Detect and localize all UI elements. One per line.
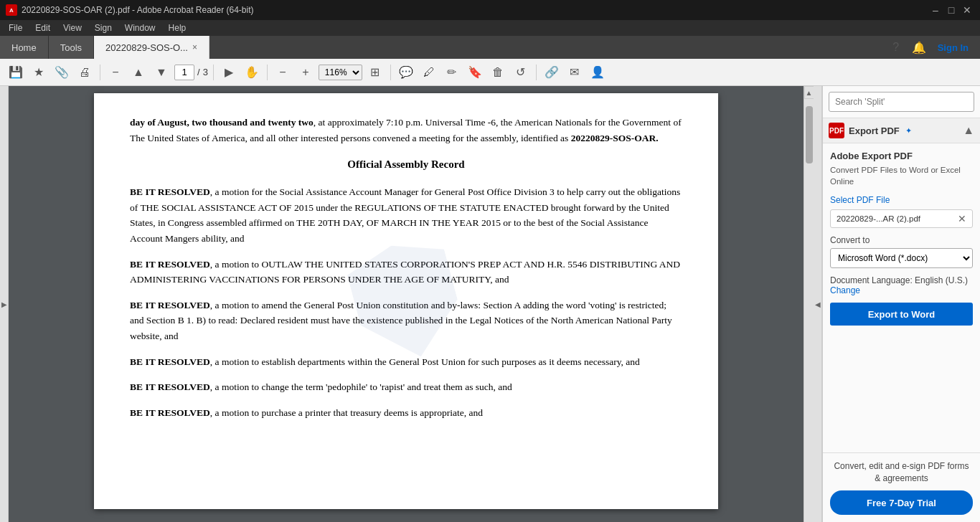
select-pdf-section: Select PDF File 20220829-...AR (2).pdf ✕ (830, 194, 973, 228)
menu-edit[interactable]: Edit (29, 22, 56, 34)
separator-4 (390, 65, 391, 80)
document-language-section: Document Language: English (U.S.) Change (830, 275, 973, 295)
menu-sign[interactable]: Sign (89, 22, 118, 34)
free-trial-button[interactable]: Free 7-Day Trial (830, 490, 973, 515)
separator-3 (267, 65, 268, 80)
zoom-in-button[interactable]: + (296, 62, 316, 82)
adobe-export-desc: Convert PDF Files to Word or Excel Onlin… (830, 164, 973, 187)
zoom-select[interactable]: 116% 50% 75% 100% 125% 150% 200% (319, 65, 362, 80)
pro-badge: ✦ (905, 126, 912, 136)
left-panel-toggle[interactable]: ▶ (0, 86, 9, 522)
link-tool-button[interactable]: 🔗 (542, 62, 562, 82)
title-bar: A 20220829-SOS-OAR (2).pdf - Adobe Acrob… (0, 0, 980, 20)
menu-bar: File Edit View Sign Window Help (0, 20, 980, 36)
export-pdf-header: PDF Export PDF ✦ ▲ (823, 118, 980, 143)
menu-view[interactable]: View (57, 22, 88, 34)
scrollbar-thumb[interactable] (806, 106, 813, 163)
sign-in-button[interactable]: Sign In (933, 41, 973, 54)
separator-5 (536, 65, 537, 80)
bookmark-button[interactable]: ★ (29, 62, 49, 82)
help-icon[interactable]: ? (887, 39, 905, 56)
stamp-tool-button[interactable]: 🔖 (465, 62, 485, 82)
scroll-up-button[interactable]: ▲ (804, 86, 814, 99)
page-nav: / 3 (174, 65, 208, 80)
toolbar: 💾 ★ 📎 🖨 − ▲ ▼ / 3 ▶ ✋ − + 116% 50% 75% 1… (0, 59, 980, 86)
search-section (823, 86, 980, 118)
tab-home[interactable]: Home (0, 36, 49, 59)
email-tool-button[interactable]: ✉ (565, 62, 585, 82)
draw-tool-button[interactable]: ✏ (442, 62, 462, 82)
tab-close-button[interactable]: × (192, 42, 197, 52)
minimize-button[interactable]: – (928, 3, 943, 17)
menu-file[interactable]: File (3, 22, 28, 34)
user-tool-button[interactable]: 👤 (588, 62, 608, 82)
active-tab-label: 20220829-SOS-O... (105, 42, 188, 53)
menu-help[interactable]: Help (163, 22, 192, 34)
select-pdf-link[interactable]: Select PDF File (830, 195, 890, 205)
main-layout: ▶ day of August, two thousand and twenty… (0, 86, 980, 522)
hand-tool-button[interactable]: ✋ (242, 62, 262, 82)
search-input[interactable] (829, 92, 974, 112)
convert-format-select[interactable]: Microsoft Word (*.docx) Microsoft Excel … (830, 248, 973, 268)
tab-active-document[interactable]: 20220829-SOS-O... × (94, 36, 209, 59)
maximize-button[interactable]: □ (944, 3, 958, 17)
notification-bell-icon[interactable]: 🔔 (910, 39, 928, 56)
adobe-export-section: Adobe Export PDF Convert PDF Files to Wo… (830, 151, 973, 187)
adobe-export-title: Adobe Export PDF (830, 151, 973, 161)
doc-language-value: English (U.S.) (915, 275, 968, 285)
export-button[interactable]: Export to Word (830, 303, 973, 326)
pdf-scrollbar[interactable]: ▲ (804, 86, 814, 522)
change-language-link[interactable]: Change (830, 285, 860, 295)
select-tool-button[interactable]: ▶ (219, 62, 239, 82)
zoom-out-button[interactable]: − (105, 62, 126, 82)
separator-2 (213, 65, 214, 80)
delete-tool-button[interactable]: 🗑 (488, 62, 508, 82)
pdf-viewport: day of August, two thousand and twenty t… (9, 86, 804, 522)
pdf-page: day of August, two thousand and twenty t… (94, 93, 718, 509)
pdf-title: Official Assembly Record (130, 156, 682, 173)
window-controls[interactable]: – □ ✕ (928, 3, 974, 17)
file-name-label: 20220829-...AR (2).pdf (837, 214, 920, 223)
save-button[interactable]: 💾 (6, 62, 26, 82)
attach-button[interactable]: 📎 (52, 62, 72, 82)
export-pdf-body: Adobe Export PDF Convert PDF Files to Wo… (823, 143, 980, 452)
tab-tools[interactable]: Tools (49, 36, 94, 59)
file-chip-close-button[interactable]: ✕ (958, 213, 966, 224)
page-separator: / (197, 67, 200, 77)
convert-to-section: Convert to Microsoft Word (*.docx) Micro… (830, 235, 973, 268)
menu-window[interactable]: Window (119, 22, 161, 34)
export-pdf-icon: PDF (829, 123, 844, 138)
rotate-tool-button[interactable]: ↺ (511, 62, 531, 82)
right-panel-toggle[interactable]: ◀ (814, 86, 822, 522)
pdf-resolved-5: BE IT RESOLVED, a motion to change the t… (130, 379, 682, 395)
export-pdf-title: Export PDF (849, 125, 900, 136)
right-panel: PDF Export PDF ✦ ▲ Adobe Export PDF Conv… (822, 86, 980, 522)
doc-language-label: Document Language: (830, 275, 913, 285)
pdf-paragraph-intro: day of August, two thousand and twenty t… (130, 115, 682, 146)
page-number-input[interactable] (174, 65, 194, 80)
file-chip: 20220829-...AR (2).pdf ✕ (830, 209, 973, 228)
tab-bar: Home Tools 20220829-SOS-O... × ? 🔔 Sign … (0, 36, 980, 59)
panel-collapse-button[interactable]: ▲ (963, 124, 974, 137)
print-button[interactable]: 🖨 (75, 62, 95, 82)
window-title: 20220829-SOS-OAR (2).pdf - Adobe Acrobat… (22, 5, 254, 15)
comment-tool-button[interactable]: 💬 (396, 62, 416, 82)
convert-to-label: Convert to (830, 235, 973, 245)
promo-text: Convert, edit and e-sign PDF forms & agr… (830, 460, 973, 485)
highlight-tool-button[interactable]: 🖊 (419, 62, 439, 82)
page-total: 3 (203, 67, 208, 77)
promo-section: Convert, edit and e-sign PDF forms & agr… (823, 452, 980, 522)
close-button[interactable]: ✕ (960, 3, 974, 17)
zoom-out-2-button[interactable]: − (273, 62, 293, 82)
page-up-button[interactable]: ▲ (128, 62, 149, 82)
app-icon: A (6, 4, 17, 16)
separator-1 (100, 65, 100, 80)
page-down-button[interactable]: ▼ (151, 62, 171, 82)
pdf-resolved-6: BE IT RESOLVED, a motion to purchase a p… (130, 405, 682, 421)
fit-page-button[interactable]: ⊞ (365, 62, 385, 82)
